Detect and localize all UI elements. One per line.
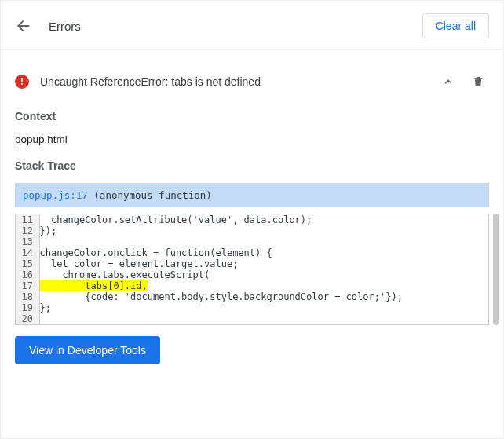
code-line: 15 let color = element.target.value; [16, 258, 488, 269]
view-devtools-button[interactable]: View in Developer Tools [15, 336, 160, 364]
code-line: 16 chrome.tabs.executeScript( [16, 269, 488, 280]
code-line: 18 {code: 'document.body.style.backgroun… [16, 291, 488, 302]
line-number: 19 [16, 302, 39, 313]
error-icon: ! [15, 75, 29, 89]
code-line: 20 [16, 313, 488, 324]
code-text: let color = element.target.value; [39, 258, 488, 269]
code-line: 14changeColor.onclick = function(element… [16, 247, 488, 258]
error-row[interactable]: ! Uncaught ReferenceError: tabs is not d… [15, 61, 489, 104]
stack-trace-func: (anonymous function) [93, 189, 212, 201]
line-number: 14 [16, 247, 39, 258]
code-text: {code: 'document.body.style.backgroundCo… [39, 291, 488, 302]
line-number: 20 [16, 313, 39, 324]
code-text: changeColor.setAttribute('value', data.c… [39, 214, 488, 225]
code-text: }); [39, 225, 488, 236]
code-text [39, 236, 488, 247]
line-number: 11 [16, 214, 39, 225]
code-line: 17 tabs[0].id, [16, 280, 488, 291]
context-value: popup.html [15, 134, 489, 145]
back-arrow-icon[interactable] [15, 17, 32, 35]
code-line: 12}); [16, 225, 488, 236]
code-text: chrome.tabs.executeScript( [39, 269, 488, 280]
page-title: Errors [49, 20, 81, 33]
code-line: 11 changeColor.setAttribute('value', dat… [16, 214, 488, 225]
line-number: 12 [16, 225, 39, 236]
scrollbar-track[interactable] [493, 214, 499, 325]
code-line: 13 [16, 236, 488, 247]
code-line: 19}; [16, 302, 488, 313]
code-viewer: 11 changeColor.setAttribute('value', dat… [15, 214, 489, 325]
code-text [39, 313, 488, 324]
error-message: Uncaught ReferenceError: tabs is not def… [40, 75, 437, 88]
stack-trace-frame[interactable]: popup.js:17 (anonymous function) [15, 183, 489, 207]
line-number: 16 [16, 269, 39, 280]
code-text: }; [39, 302, 488, 313]
line-number: 17 [16, 280, 39, 291]
collapse-button[interactable] [437, 71, 459, 93]
context-heading: Context [15, 110, 489, 123]
delete-error-button[interactable] [467, 71, 489, 93]
clear-all-button[interactable]: Clear all [422, 13, 489, 38]
stack-trace-heading: Stack Trace [15, 159, 489, 172]
line-number: 18 [16, 291, 39, 302]
stack-trace-file-link[interactable]: popup.js:17 [23, 189, 88, 201]
line-number: 13 [16, 236, 39, 247]
code-text: tabs[0].id, [39, 280, 488, 291]
line-number: 15 [16, 258, 39, 269]
code-text: changeColor.onclick = function(element) … [39, 247, 488, 258]
